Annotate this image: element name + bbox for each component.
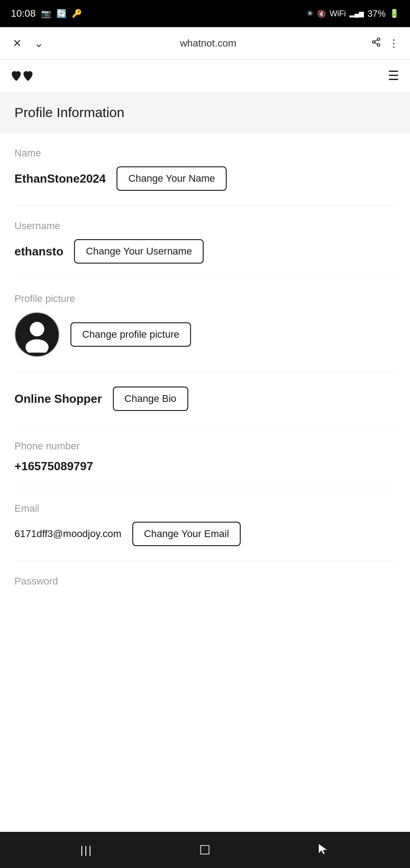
name-value: EthanStone2024 <box>14 172 106 186</box>
password-label: Password <box>14 576 396 587</box>
bottom-nav: ||| ☐ <box>0 832 410 868</box>
profile-picture-label: Profile picture <box>14 293 396 305</box>
change-bio-button[interactable]: Change Bio <box>113 387 188 411</box>
change-name-button[interactable]: Change Your Name <box>116 166 227 191</box>
svg-point-6 <box>25 339 48 353</box>
profile-content: Name EthanStone2024 Change Your Name Use… <box>0 133 410 832</box>
email-label: Email <box>14 503 396 514</box>
status-right: ✳ 🔇 WiFi ▂▄▆ 37% 🔋 <box>307 9 399 19</box>
phone-field-row: +16575089797 <box>14 459 396 473</box>
profile-picture-row: Profile picture Change profile picture <box>14 278 396 372</box>
change-email-button[interactable]: Change Your Email <box>132 522 241 546</box>
svg-line-4 <box>375 39 377 41</box>
app-header: ☰ <box>0 60 410 92</box>
bio-field-row: Online Shopper Change Bio <box>14 387 396 411</box>
battery-percent: 37% <box>368 9 386 19</box>
section-header: Profile Information <box>0 92 410 133</box>
change-profile-picture-button[interactable]: Change profile picture <box>70 322 191 347</box>
email-field-row: 6171dff3@moodjoy.com Change Your Email <box>14 522 396 546</box>
battery-icon: 🔋 <box>389 9 399 19</box>
svg-point-5 <box>30 322 44 336</box>
sim-icon: 🔄 <box>56 9 66 19</box>
key-icon: 🔑 <box>72 9 82 19</box>
name-field-row: EthanStone2024 Change Your Name <box>14 166 396 191</box>
page-title: Profile Information <box>14 105 396 120</box>
phone-value: +16575089797 <box>14 459 93 473</box>
email-row: Email 6171dff3@moodjoy.com Change Your E… <box>14 488 396 561</box>
close-button[interactable]: ✕ <box>11 35 23 52</box>
name-label: Name <box>14 147 396 159</box>
app-logo <box>11 65 47 87</box>
home-nav-button[interactable]: ☐ <box>190 839 219 861</box>
bio-value: Online Shopper <box>14 392 102 406</box>
bluetooth-icon: ✳ <box>307 9 313 19</box>
phone-label: Phone number <box>14 440 396 452</box>
username-value: ethansto <box>14 245 63 259</box>
svg-line-3 <box>375 42 377 44</box>
avatar-icon <box>19 316 55 353</box>
signal-icon: ▂▄▆ <box>349 10 364 17</box>
username-row: Username ethansto Change Your Username <box>14 206 396 278</box>
status-bar: 10:08 📷 🔄 🔑 ✳ 🔇 WiFi ▂▄▆ 37% 🔋 <box>0 0 410 27</box>
wifi-icon: WiFi <box>330 9 346 19</box>
username-label: Username <box>14 220 396 232</box>
name-row: Name EthanStone2024 Change Your Name <box>14 133 396 206</box>
browser-bar: ✕ ⌄ whatnot.com ⋮ <box>0 27 410 60</box>
more-options-button[interactable]: ⋮ <box>388 37 399 50</box>
avatar <box>14 312 60 357</box>
back-nav-button[interactable]: ||| <box>71 840 102 860</box>
browser-actions: ⋮ <box>371 37 399 50</box>
status-time: 10:08 <box>11 8 36 19</box>
cursor-icon <box>317 842 330 855</box>
username-field-row: ethansto Change Your Username <box>14 239 396 264</box>
dropdown-button[interactable]: ⌄ <box>33 35 45 52</box>
mute-icon: 🔇 <box>317 9 326 18</box>
video-icon: 📷 <box>41 9 51 19</box>
browser-url: whatnot.com <box>54 38 362 49</box>
change-username-button[interactable]: Change Your Username <box>74 239 204 264</box>
hamburger-menu-button[interactable]: ☰ <box>388 68 399 83</box>
svg-marker-7 <box>319 844 327 854</box>
share-button[interactable] <box>371 37 381 50</box>
status-left: 10:08 📷 🔄 🔑 <box>11 8 82 19</box>
phone-row: Phone number +16575089797 <box>14 426 396 488</box>
profile-picture-field-row: Change profile picture <box>14 312 396 357</box>
recent-apps-nav-button[interactable] <box>308 839 339 861</box>
bio-row: Online Shopper Change Bio <box>14 372 396 426</box>
email-value: 6171dff3@moodjoy.com <box>14 528 121 540</box>
logo-icon <box>11 65 47 87</box>
password-row: Password <box>14 561 396 609</box>
